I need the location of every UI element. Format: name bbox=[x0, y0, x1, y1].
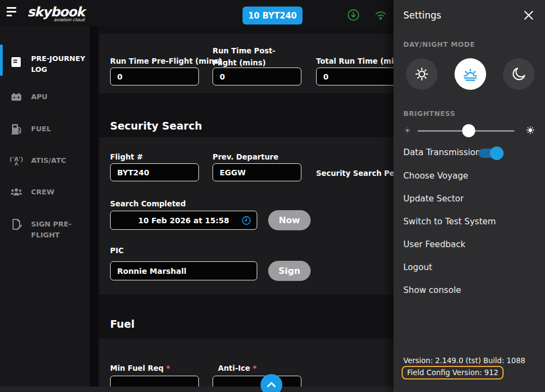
run-time-post-flight-label: Run Time Post-Flight (mins) bbox=[213, 45, 294, 69]
chevron-up-icon bbox=[265, 379, 277, 391]
menu-item-choose-voyage[interactable]: Choose Voyage bbox=[403, 171, 529, 181]
flight-number-input[interactable]: BYT240 bbox=[110, 163, 199, 181]
prev-departure-label: Prev. Departure bbox=[213, 152, 278, 161]
total-run-time-input[interactable]: 0 bbox=[316, 68, 393, 85]
antenna-icon: ('A') bbox=[10, 154, 23, 167]
min-fuel-req-input[interactable] bbox=[110, 376, 199, 387]
flight-selector-button[interactable]: 10 BYT240 bbox=[243, 7, 302, 24]
night-mode-button[interactable] bbox=[503, 58, 535, 90]
logbook-icon bbox=[10, 56, 23, 69]
day-night-mode-label: DAY/NIGHT MODE bbox=[403, 40, 475, 48]
brightness-slider bbox=[403, 125, 535, 136]
menu-item-user-feedback[interactable]: User Feedback bbox=[403, 240, 529, 249]
data-transmission-toggle[interactable] bbox=[479, 149, 502, 158]
required-marker: * bbox=[253, 364, 257, 372]
wifi-status-icon[interactable] bbox=[374, 9, 387, 21]
dusk-mode-button[interactable] bbox=[455, 58, 486, 90]
sidebar-item-label: APU bbox=[31, 91, 88, 102]
sunrise-icon bbox=[462, 65, 479, 83]
data-transmission-label: Data Transmission bbox=[403, 148, 481, 157]
moon-icon bbox=[511, 66, 527, 82]
run-time-panel: Run Time Pre-Flight (mins) Run Time Post… bbox=[99, 34, 393, 93]
settings-panel: Settings DAY/NIGHT MODE BRIGHTNESS bbox=[393, 0, 545, 392]
crew-icon bbox=[10, 186, 23, 199]
sign-button[interactable]: Sign bbox=[268, 261, 311, 281]
sun-icon bbox=[414, 66, 430, 82]
sidebar-item-label: ATIS/ATC bbox=[31, 155, 88, 166]
run-time-post-flight-input[interactable]: 0 bbox=[213, 68, 301, 85]
clock-icon[interactable] bbox=[241, 216, 251, 225]
top-bar: skybook aviation cloud 10 BYT240 bbox=[0, 0, 393, 26]
fuel-heading: Fuel bbox=[110, 318, 135, 330]
field-config-version-badge: Field Config Version: 912 bbox=[402, 366, 504, 379]
fuel-pump-icon bbox=[10, 122, 23, 136]
menu-item-show-console[interactable]: Show console bbox=[403, 285, 529, 295]
menu-item-update-sector[interactable]: Update Sector bbox=[403, 194, 529, 204]
menu-item-switch-test-system[interactable]: Switch to Test System bbox=[403, 217, 529, 226]
active-nav-indicator bbox=[0, 45, 3, 76]
sidebar-item-label: SIGN PRE-FLIGHT bbox=[31, 219, 96, 241]
sidebar-content-divider bbox=[90, 26, 98, 387]
search-completed-label: Search Completed bbox=[110, 199, 186, 208]
brightness-label: BRIGHTNESS bbox=[403, 109, 456, 118]
day-mode-button[interactable] bbox=[406, 58, 438, 90]
anti-ice-input[interactable] bbox=[213, 376, 301, 387]
brightness-track[interactable] bbox=[417, 130, 514, 132]
pic-input[interactable]: Ronnie Marshall bbox=[110, 261, 257, 280]
bottom-bar bbox=[0, 387, 393, 392]
menu-item-logout[interactable]: Logout bbox=[403, 262, 529, 272]
flight-number-label: Flight # bbox=[110, 152, 143, 161]
brightness-high-icon bbox=[525, 125, 535, 135]
min-fuel-req-label: Min Fuel Req * bbox=[110, 364, 170, 372]
now-button[interactable]: Now bbox=[268, 210, 311, 230]
data-transmission-row: Data Transmission bbox=[403, 146, 535, 160]
close-icon[interactable] bbox=[522, 9, 535, 22]
hamburger-menu-icon[interactable] bbox=[7, 7, 19, 18]
brightness-low-icon bbox=[403, 126, 411, 134]
sidebar-item-label: FUEL bbox=[31, 124, 88, 134]
settings-title: Settings bbox=[403, 10, 441, 21]
anti-ice-label: Anti-Ice * bbox=[218, 364, 257, 372]
main-content: Run Time Pre-Flight (mins) Run Time Post… bbox=[98, 26, 393, 387]
run-time-pre-flight-label: Run Time Pre-Flight (mins) bbox=[110, 57, 222, 65]
sidebar-item-label: CREW bbox=[31, 187, 88, 198]
security-search-panel: Flight # Prev. Departure BYT240 EGGW Sec… bbox=[99, 137, 393, 295]
prev-departure-input[interactable]: EGGW bbox=[213, 163, 301, 181]
sign-document-icon bbox=[10, 218, 23, 231]
download-status-icon[interactable] bbox=[347, 9, 360, 21]
required-marker: * bbox=[166, 364, 170, 372]
fuel-panel: Min Fuel Req * Anti-Ice * bbox=[99, 339, 393, 387]
app-logo: skybook aviation cloud bbox=[27, 4, 84, 22]
run-time-pre-flight-input[interactable]: 0 bbox=[110, 68, 199, 85]
toggle-knob bbox=[490, 146, 504, 160]
search-completed-datetime-input[interactable]: 10 Feb 2026 at 15:58 bbox=[110, 211, 257, 230]
battery-icon bbox=[10, 90, 23, 103]
search-completed-value: 10 Feb 2026 at 15:58 bbox=[138, 216, 229, 225]
total-run-time-label: Total Run Time (mins) bbox=[316, 57, 393, 65]
version-text: Version: 2.149.0 (tst) Build: 1088 bbox=[403, 356, 525, 365]
security-search-heading: Security Search bbox=[110, 120, 202, 132]
sidebar-item-label: PRE-JOURNEY LOG bbox=[31, 53, 88, 75]
sidebar-nav: PRE-JOURNEY LOG APU FUEL ('A') bbox=[0, 26, 90, 387]
pic-label: PIC bbox=[110, 246, 124, 255]
scroll-to-top-button[interactable] bbox=[261, 374, 282, 392]
security-search-performed-label: Security Search Performed bbox=[316, 169, 393, 177]
brightness-knob[interactable] bbox=[462, 124, 475, 137]
